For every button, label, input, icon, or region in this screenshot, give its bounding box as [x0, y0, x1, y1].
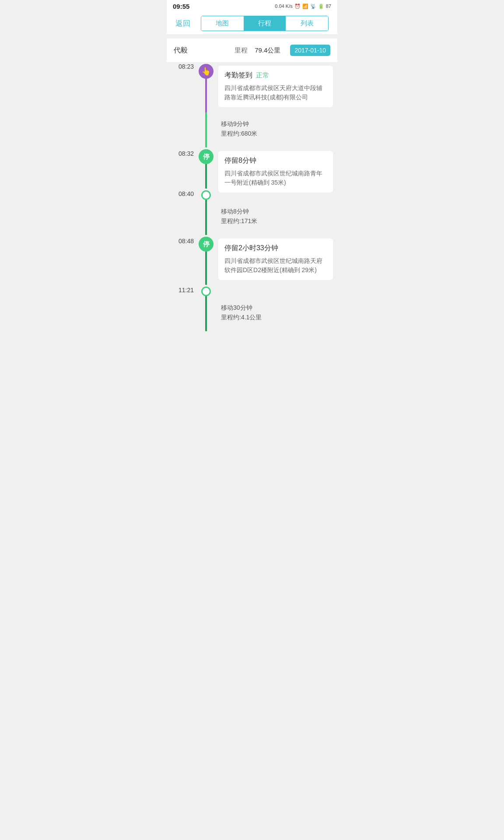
stop1-title: 停留8分钟	[224, 156, 327, 165]
checkin-card: 考勤签到 正常 四川省成都市武侯区天府大道中段辅路靠近腾讯科技(成都)有限公司	[218, 66, 333, 107]
timeline-move-2: 移动8分钟 里程约:171米	[167, 200, 337, 235]
stop1-time-end: 08:40	[178, 190, 194, 198]
stop2-card: 停留2小时33分钟 四川省成都市武侯区世纪城南路天府软件园D区D2楼附近(精确到…	[218, 238, 333, 280]
status-bar: 09:55 0.04 K/s ⏰ 📶 📡 🔋 87	[167, 0, 337, 12]
stop2-title: 停留2小时33分钟	[224, 244, 327, 253]
move-duration-3: 移动30分钟	[221, 304, 329, 312]
stop2-dot-end	[201, 287, 211, 296]
wifi-icon: 📶	[302, 4, 308, 9]
clock-icon: ⏰	[294, 4, 301, 9]
checkin-title: 考勤签到 正常	[224, 71, 327, 80]
stop1-address: 四川省成都市武侯区世纪城南路青年一号附近(精确到 35米)	[224, 169, 327, 187]
date-badge: 2017-01-10	[290, 45, 330, 56]
stop1-time-start: 08:32	[178, 149, 194, 157]
mileage-value: 79.4公里	[255, 46, 280, 55]
line-stop2	[205, 252, 207, 285]
timeline: 08:23 👆 考勤签到 正常 四川省成都市武侯区天府大道中段辅路靠近腾讯科技(…	[167, 62, 337, 340]
status-time: 09:55	[173, 3, 189, 10]
stop2-time-start: 08:48	[178, 237, 194, 245]
timeline-stop-1: 08:32 08:40 停 停留8分钟 四川省成都市武侯区世纪城南路青年一号附近…	[167, 147, 337, 200]
battery-value: 87	[326, 4, 331, 9]
move-distance-1: 里程约:680米	[221, 130, 329, 138]
move-info-1: 移动9分钟 里程约:680米	[218, 116, 333, 144]
status-right: 0.04 K/s ⏰ 📶 📡 🔋 87	[275, 4, 331, 9]
timeline-item-checkin: 08:23 👆 考勤签到 正常 四川省成都市武侯区天府大道中段辅路靠近腾讯科技(…	[167, 62, 337, 112]
timeline-move-3: 移动30分钟 里程约:4.1公里	[167, 296, 337, 331]
checkin-address: 四川省成都市武侯区天府大道中段辅路靠近腾讯科技(成都)有限公司	[224, 84, 327, 102]
stop2-time-end: 11:21	[178, 287, 194, 294]
tab-trip[interactable]: 行程	[244, 16, 286, 31]
battery-icon: 🔋	[318, 4, 324, 9]
stop1-dot-end	[201, 190, 211, 200]
line-after-checkin	[205, 79, 207, 112]
move-duration-2: 移动8分钟	[221, 208, 329, 216]
person-name: 代毅	[174, 46, 188, 55]
timeline-move-1: 移动9分钟 里程约:680米	[167, 112, 337, 147]
stop2-dot: 停	[199, 237, 214, 252]
move-distance-2: 里程约:171米	[221, 217, 329, 225]
event-time-start: 08:23	[178, 62, 194, 70]
tab-map[interactable]: 地图	[201, 16, 244, 31]
header: 返回 地图 行程 列表	[167, 12, 337, 35]
tab-group: 地图 行程 列表	[201, 16, 329, 31]
move-info-2: 移动8分钟 里程约:171米	[218, 203, 333, 231]
timeline-stop-2: 08:48 11:21 停 停留2小时33分钟 四川省成都市武侯区世纪城南路天府…	[167, 235, 337, 296]
line-move-2	[205, 200, 207, 235]
move-info-3: 移动30分钟 里程约:4.1公里	[218, 300, 333, 328]
stop1-dot: 停	[199, 149, 214, 164]
line-move-3	[205, 296, 207, 331]
tab-list[interactable]: 列表	[286, 16, 328, 31]
line-move-1	[205, 112, 207, 147]
stop1-card: 停留8分钟 四川省成都市武侯区世纪城南路青年一号附近(精确到 35米)	[218, 151, 333, 192]
line-stop1	[205, 164, 207, 189]
move-distance-3: 里程约:4.1公里	[221, 314, 329, 322]
status-speed: 0.04 K/s	[275, 4, 292, 9]
info-row: 代毅 里程 79.4公里 2017-01-10	[167, 38, 337, 62]
back-button[interactable]: 返回	[172, 17, 194, 30]
mileage-label: 里程	[234, 46, 248, 55]
signal-icon: 📡	[310, 4, 316, 9]
checkin-status: 正常	[256, 71, 269, 80]
move-duration-1: 移动9分钟	[221, 120, 329, 128]
checkin-dot: 👆	[199, 64, 214, 79]
stop2-address: 四川省成都市武侯区世纪城南路天府软件园D区D2楼附近(精确到 29米)	[224, 256, 327, 275]
